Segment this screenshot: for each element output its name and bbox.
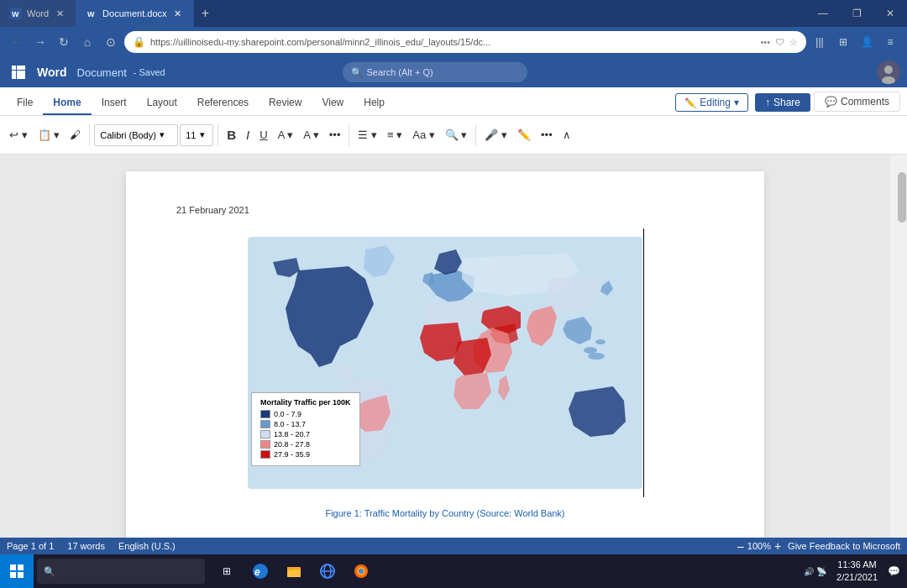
address-bar[interactable]: 🔒 https://uillinoisedu-my.sharepoint.com… (124, 31, 806, 53)
svg-rect-8 (17, 71, 21, 75)
collapse-button[interactable]: ∧ (558, 122, 575, 149)
feedback-link[interactable]: Give Feedback to Microsoft (788, 541, 900, 551)
doc-tab-close[interactable]: ✕ (172, 8, 184, 19)
svg-rect-4 (12, 66, 16, 70)
svg-rect-10 (12, 75, 16, 79)
security-icon: 🔒 (133, 36, 145, 48)
doc-tab[interactable]: W Document.docx ✕ (76, 0, 193, 27)
menu-icon[interactable]: ≡ (880, 32, 900, 52)
separator-2 (218, 124, 218, 146)
doc-tab-label: Document.docx (102, 8, 166, 18)
firefox-icon[interactable] (346, 556, 376, 586)
taskbar-time: 11:36 AM 2/21/2021 (830, 559, 884, 585)
italic-button[interactable]: I (242, 122, 254, 149)
doc-saved: - Saved (134, 67, 165, 77)
back-button[interactable]: ← (7, 32, 27, 52)
font-color-button[interactable]: A ▾ (299, 122, 323, 149)
tab-insert[interactable]: Insert (92, 92, 137, 115)
new-tab-button[interactable]: + (194, 2, 218, 25)
styles-button[interactable]: Aa ▾ (408, 122, 439, 149)
underline-button[interactable]: U (255, 122, 271, 149)
zoom-in-button[interactable]: + (774, 539, 781, 553)
tab-file[interactable]: File (7, 92, 43, 115)
editor-button[interactable]: ✏️ (513, 122, 535, 149)
cursor-line (643, 228, 644, 497)
bold-button[interactable]: B (223, 122, 240, 149)
notification-icon[interactable]: 💬 (888, 565, 900, 577)
clipboard-button[interactable]: 📋 ▾ (34, 122, 65, 149)
legend-range-4: 20.8 - 27.8 (274, 440, 310, 449)
apps-svg (12, 66, 25, 79)
legend-color-5 (260, 450, 270, 459)
undo-button[interactable]: ↩ ▾ (5, 122, 32, 149)
document-area: 21 February 2021 (0, 155, 890, 553)
paragraph-button[interactable]: ≡ ▾ (383, 122, 406, 149)
avatar-svg (877, 60, 900, 84)
library-icon[interactable]: ||| (810, 32, 830, 52)
share-button[interactable]: ↑ Share (755, 93, 810, 112)
grid-icon[interactable] (7, 60, 30, 84)
restore-button[interactable]: ❐ (840, 0, 873, 27)
word-tab-icon: W (10, 8, 22, 19)
tray-icons: 🔊 📡 (804, 567, 826, 576)
tab-layout[interactable]: Layout (137, 92, 187, 115)
scrollbar[interactable] (897, 155, 907, 553)
format-painter-button[interactable]: 🖌 (66, 122, 85, 149)
tab-home[interactable]: Home (43, 92, 91, 115)
refresh-button[interactable]: ↻ (54, 32, 74, 52)
doc-tab-icon: W (86, 8, 97, 19)
svg-rect-11 (17, 75, 21, 79)
legend-title: Mortality Traffic per 100K (260, 398, 351, 407)
tab-view[interactable]: View (312, 92, 354, 115)
ribbon-tab-bar: File Home Insert Layout References Revie… (0, 87, 907, 116)
tab-help[interactable]: Help (354, 92, 395, 115)
url-text: https://uillinoisedu-my.sharepoint.com/p… (150, 37, 755, 47)
comments-button[interactable]: 💬 Comments (814, 92, 900, 112)
status-right: – 100% + Give Feedback to Microsoft (737, 539, 900, 553)
zoom-out-button[interactable]: – (737, 539, 744, 553)
profile-icon[interactable]: 👤 (857, 32, 877, 52)
svg-text:W: W (12, 10, 19, 18)
taskbar-search[interactable]: 🔍 (37, 559, 205, 584)
file-explorer-icon[interactable] (279, 556, 309, 586)
svg-rect-24 (287, 567, 293, 570)
font-size-select[interactable]: 11 ▾ (180, 124, 213, 146)
date-display: 2/21/2021 (836, 571, 878, 584)
highlight-button[interactable]: A ▾ (274, 122, 298, 149)
dictate-button[interactable]: 🎤 ▾ (480, 122, 511, 149)
home-button[interactable]: ⌂ (77, 32, 97, 52)
legend-item-4: 20.8 - 27.8 (260, 440, 351, 449)
more-toolbar-button[interactable]: ••• (537, 122, 557, 149)
formatting-toolbar: ↩ ▾ 📋 ▾ 🖌 Calibri (Body) ▾ 11 ▾ B I U A … (0, 116, 907, 155)
word-tab-close[interactable]: ✕ (54, 8, 66, 19)
ribbon-search[interactable]: 🔍 Search (Alt + Q) (343, 62, 527, 82)
minimize-button[interactable]: — (806, 0, 840, 27)
legend-color-3 (260, 430, 270, 438)
forward-button[interactable]: → (30, 32, 50, 52)
taskbar-tray: 🔊 📡 11:36 AM 2/21/2021 💬 (804, 559, 907, 585)
collections-icon[interactable]: ⊞ (833, 32, 853, 52)
ie-icon[interactable]: e (245, 556, 275, 586)
editing-button[interactable]: ✏️ Editing ▾ (675, 93, 748, 112)
svg-rect-23 (287, 570, 301, 577)
browser-icon[interactable] (312, 556, 343, 586)
scrollbar-thumb[interactable] (898, 172, 906, 223)
more-button[interactable]: ••• (325, 122, 345, 149)
search-placeholder: Search (Alt + Q) (366, 67, 433, 77)
legend-item-5: 27.9 - 35.9 (260, 450, 351, 459)
list-button[interactable]: ☰ ▾ (354, 122, 381, 149)
ie-svg: e (252, 563, 269, 580)
font-name-select[interactable]: Calibri (Body) ▾ (94, 124, 178, 146)
user-avatar[interactable] (877, 60, 900, 84)
task-view-button[interactable]: ⊞ (212, 556, 242, 586)
svg-text:W: W (87, 10, 95, 18)
close-button[interactable]: ✕ (873, 0, 907, 27)
avatar[interactable] (877, 60, 900, 84)
start-button[interactable] (0, 554, 34, 588)
history-button[interactable]: ⊙ (101, 32, 121, 52)
word-tab[interactable]: W Word ✕ (0, 0, 76, 27)
find-button[interactable]: 🔍 ▾ (441, 122, 472, 149)
svg-point-19 (588, 353, 605, 360)
tab-review[interactable]: Review (259, 92, 312, 115)
tab-references[interactable]: References (187, 92, 259, 115)
